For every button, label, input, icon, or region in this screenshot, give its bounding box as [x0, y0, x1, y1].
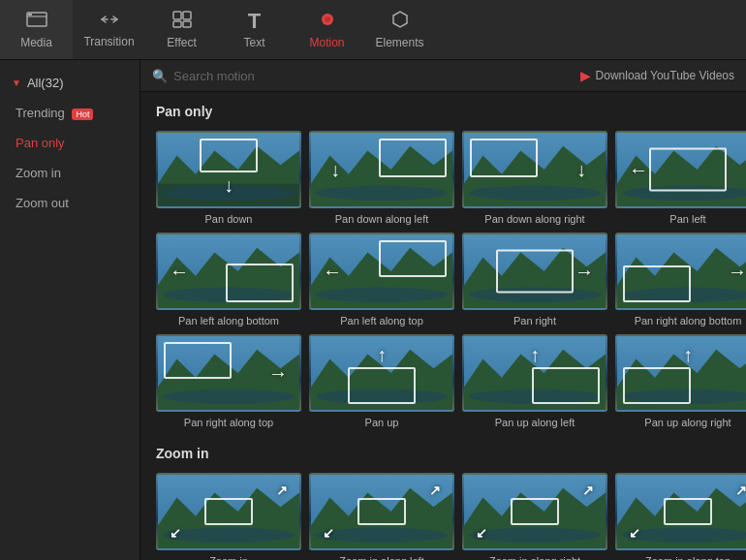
nav-effect[interactable]: Effect	[145, 0, 218, 59]
pan-left-along-bottom-card[interactable]: ← Pan left along bottom	[156, 233, 301, 327]
zoom-in-card-4[interactable]: ↙ ↗ Zoom in along top	[615, 473, 746, 560]
transition-icon	[99, 11, 120, 31]
search-left: 🔍 Search motion	[152, 69, 255, 83]
pan-right-along-bottom-label: Pan right along bottom	[635, 315, 742, 327]
sidebar-item-trending[interactable]: Trending Hot	[0, 98, 140, 128]
content-area: 🔍 Search motion ▶ Download YouTube Video…	[140, 60, 746, 560]
sidebar: ▼ All(32) Trending Hot Pan only Zoom in …	[0, 60, 140, 560]
sidebar-item-zoom-in[interactable]: Zoom in	[0, 158, 140, 188]
zoom-in-card-2[interactable]: ↙ ↗ Zoom in along left	[309, 473, 454, 560]
youtube-icon: ▶	[580, 68, 591, 83]
pan-up-label: Pan up	[365, 417, 399, 428]
pan-down-along-right-label: Pan down along right	[484, 213, 584, 225]
svg-point-7	[325, 16, 330, 22]
pan-down-along-right-card[interactable]: ↓ Pan down along right	[462, 131, 607, 225]
sidebar-zoom-out-label: Zoom out	[16, 196, 69, 210]
pan-right-along-top-label: Pan right along top	[184, 417, 273, 428]
pan-right-along-top-card[interactable]: → Pan right along top	[156, 334, 301, 428]
zoom-in-label-2: Zoom in along left	[339, 555, 423, 560]
nav-effect-label: Effect	[167, 36, 196, 49]
pan-right-label: Pan right	[513, 315, 556, 327]
svg-rect-3	[183, 12, 191, 19]
sidebar-trending-label: Trending	[16, 106, 65, 120]
top-nav: Media Transition Effect T Text	[0, 0, 746, 60]
hot-badge: Hot	[72, 109, 93, 120]
sidebar-item-pan-only[interactable]: Pan only	[0, 128, 140, 158]
zoom-in-label-3: Zoom in along right	[489, 555, 580, 560]
pan-down-along-left-card[interactable]: ↓ Pan down along left	[309, 131, 454, 225]
pan-right-card[interactable]: → Pan right	[462, 233, 607, 327]
sidebar-item-zoom-out[interactable]: Zoom out	[0, 188, 140, 218]
pan-left-label: Pan left	[669, 213, 705, 225]
pan-up-along-left-thumb: ↑	[462, 334, 607, 412]
pan-down-label: Pan down	[205, 213, 253, 225]
text-icon: T	[248, 11, 261, 32]
pan-down-card[interactable]: ↓ Pan down	[156, 131, 301, 225]
nav-elements[interactable]: Elements	[363, 0, 436, 59]
zoom-in-label-1: Zoom in	[209, 555, 248, 560]
zoom-grid: ↙ ↗ Zoom in ↙ ↗	[156, 473, 734, 560]
nav-transition[interactable]: Transition	[73, 0, 145, 59]
pan-up-card[interactable]: ↑ Pan up	[309, 334, 454, 428]
main-layout: ▼ All(32) Trending Hot Pan only Zoom in …	[0, 60, 746, 560]
pan-left-along-top-card[interactable]: ← Pan left along top	[309, 233, 454, 327]
svg-rect-4	[173, 21, 181, 27]
nav-media[interactable]: Media	[0, 0, 73, 59]
nav-media-label: Media	[20, 36, 52, 49]
sidebar-all-label: All(32)	[27, 76, 64, 90]
motion-icon	[317, 10, 338, 32]
pan-up-thumb: ↑	[309, 334, 454, 412]
zoom-in-card-3[interactable]: ↙ ↗ Zoom in along right	[462, 473, 607, 560]
pan-right-thumb: →	[462, 233, 607, 310]
svg-point-50	[316, 528, 448, 544]
pan-left-along-bottom-thumb: ←	[156, 233, 301, 310]
nav-transition-label: Transition	[83, 35, 134, 48]
pan-up-along-left-label: Pan up along left	[495, 417, 575, 428]
pan-down-along-right-thumb: ↓	[462, 131, 607, 208]
zoom-in-thumb-1: ↙ ↗	[156, 473, 301, 550]
svg-rect-1	[28, 14, 32, 16]
media-icon	[26, 10, 47, 32]
pan-up-along-right-card[interactable]: ↑ Pan up along right	[615, 334, 746, 428]
download-label: Download YouTube Videos	[596, 69, 734, 82]
zoom-in-thumb-4: ↙ ↗	[615, 473, 746, 550]
sidebar-pan-label: Pan only	[16, 136, 65, 150]
nav-elements-label: Elements	[375, 36, 423, 49]
pan-left-along-bottom-label: Pan left along bottom	[178, 315, 279, 327]
elements-icon	[389, 10, 411, 32]
effect-icon	[171, 10, 193, 32]
search-bar: 🔍 Search motion ▶ Download YouTube Video…	[140, 60, 746, 92]
zoom-section-title: Zoom in	[156, 446, 734, 461]
pan-up-along-right-label: Pan up along right	[644, 417, 730, 428]
download-youtube-button[interactable]: ▶ Download YouTube Videos	[580, 68, 734, 83]
svg-rect-2	[173, 12, 181, 19]
pan-section-title: Pan only	[156, 104, 734, 119]
pan-left-along-top-thumb: ←	[309, 233, 454, 310]
zoom-in-card-1[interactable]: ↙ ↗ Zoom in	[156, 473, 301, 560]
sidebar-all[interactable]: ▼ All(32)	[0, 68, 140, 98]
pan-up-along-right-thumb: ↑	[615, 334, 746, 412]
nav-motion[interactable]: Motion	[291, 0, 363, 59]
pan-down-thumb: ↓	[156, 131, 301, 208]
pan-down-along-left-thumb: ↓	[309, 131, 454, 208]
sidebar-zoom-in-label: Zoom in	[16, 166, 61, 180]
pan-left-card[interactable]: ← Pan left	[615, 131, 746, 225]
pan-down-along-left-label: Pan down along left	[335, 213, 429, 225]
svg-point-53	[469, 528, 601, 544]
svg-point-26	[316, 288, 448, 303]
svg-point-35	[163, 389, 295, 405]
scroll-area[interactable]: Pan only ↓ Pan d	[140, 92, 746, 560]
search-placeholder: Search motion	[173, 69, 255, 83]
nav-motion-label: Motion	[309, 36, 344, 49]
search-icon: 🔍	[152, 69, 168, 83]
pan-up-along-left-card[interactable]: ↑ Pan up along left	[462, 334, 607, 428]
zoom-in-label-4: Zoom in along top	[645, 555, 730, 560]
pan-left-along-top-label: Pan left along top	[340, 315, 423, 327]
svg-point-17	[469, 186, 601, 202]
pan-right-along-top-thumb: →	[156, 334, 301, 412]
nav-text[interactable]: T Text	[218, 0, 291, 59]
zoom-in-thumb-3: ↙ ↗	[462, 473, 607, 550]
pan-right-along-bottom-card[interactable]: → Pan right along bottom	[615, 233, 746, 327]
sidebar-arrow: ▼	[12, 78, 21, 88]
svg-point-14	[316, 186, 448, 202]
